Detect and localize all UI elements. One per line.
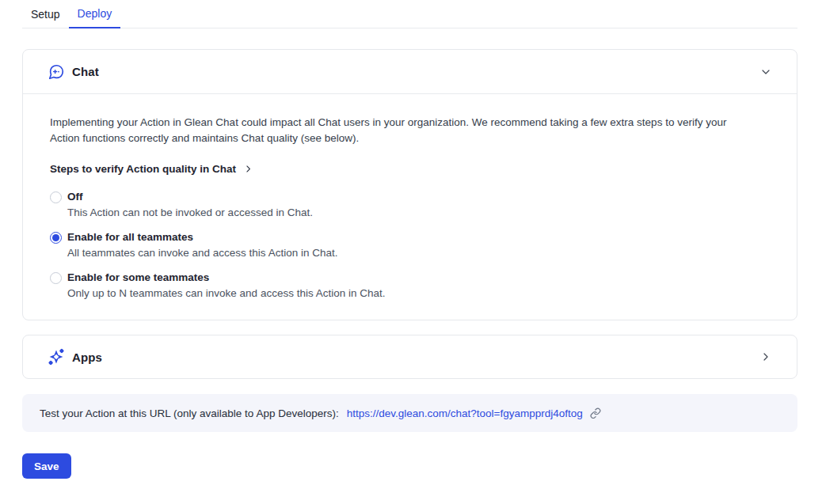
chat-card: Chat Implementing your Action in Glean C…: [22, 49, 797, 320]
radio-option-description: All teammates can invoke and access this…: [67, 247, 765, 260]
radio-option-label: Enable for some teammates: [67, 271, 765, 284]
radio-option-label: Enable for all teammates: [67, 231, 765, 244]
chat-description: Implementing your Action in Glean Chat c…: [50, 115, 747, 146]
test-url-link[interactable]: https://dev.glean.com/chat?tool=fgyamppr…: [347, 407, 583, 419]
chat-enable-options: Off This Action can not be invoked or ac…: [50, 191, 765, 300]
chevron-down-icon[interactable]: [759, 65, 773, 79]
tab-setup[interactable]: Setup: [22, 8, 69, 28]
tab-deploy[interactable]: Deploy: [69, 7, 121, 28]
chat-card-header[interactable]: Chat: [23, 50, 797, 94]
steps-link-label: Steps to verify Action quality in Chat: [50, 163, 236, 175]
tab-bar: Setup Deploy: [22, 0, 797, 28]
radio-option-description: This Action can not be invoked or access…: [67, 207, 765, 219]
link-icon[interactable]: [590, 407, 601, 419]
apps-card-title: Apps: [72, 351, 102, 364]
radio-option-off[interactable]: Off This Action can not be invoked or ac…: [50, 191, 765, 219]
test-url-label: Test your Action at this URL (only avail…: [40, 407, 339, 419]
apps-card: Apps: [22, 335, 797, 379]
radio-button[interactable]: [50, 272, 62, 284]
chat-bubble-sparkle-icon: [47, 63, 66, 81]
radio-option-description: Only up to N teammates can invoke and ac…: [67, 287, 765, 300]
deploy-page: Setup Deploy Chat Implementing your Acti…: [0, 0, 826, 479]
chat-card-body: Implementing your Action in Glean Chat c…: [23, 94, 797, 320]
test-url-bar: Test your Action at this URL (only avail…: [22, 394, 797, 432]
save-button[interactable]: Save: [22, 453, 71, 479]
chevron-right-icon: [243, 164, 253, 174]
chat-card-title: Chat: [72, 65, 99, 78]
chevron-right-icon[interactable]: [759, 350, 773, 364]
radio-button[interactable]: [50, 232, 62, 244]
radio-button[interactable]: [50, 191, 62, 203]
radio-option-label: Off: [67, 191, 765, 203]
steps-link[interactable]: Steps to verify Action quality in Chat: [50, 163, 765, 175]
apps-card-header[interactable]: Apps: [23, 335, 797, 378]
apps-sparkle-icon: [47, 347, 66, 366]
radio-option-enable-some[interactable]: Enable for some teammates Only up to N t…: [50, 271, 765, 300]
radio-option-enable-all[interactable]: Enable for all teammates All teammates c…: [50, 231, 765, 260]
